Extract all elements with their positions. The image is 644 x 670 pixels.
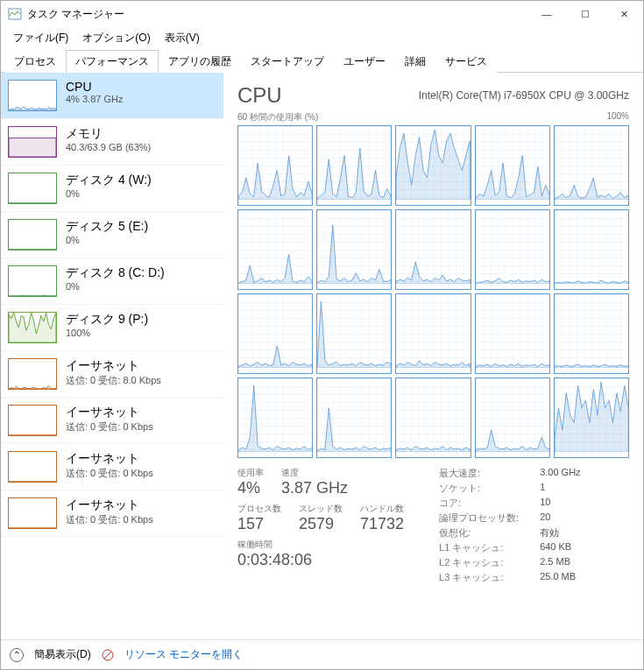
sidebar-sub-4: 0% [66, 281, 165, 292]
svg-line-2 [104, 652, 111, 659]
sidebar-sub-6: 送信: 0 受信: 8.0 Kbps [66, 374, 161, 387]
sidebar-title-2: ディスク 4 (W:) [66, 173, 152, 188]
sidebar-title-3: ディスク 5 (E:) [66, 219, 148, 235]
usage-label: 使用率 [237, 467, 264, 479]
menu-view[interactable]: 表示(V) [158, 29, 207, 47]
sidebar-thumb-2 [8, 173, 57, 204]
stats: 使用率4% 速度3.87 GHz プロセス数157 スレッド数2579 ハンドル… [237, 467, 629, 584]
close-button[interactable]: ✕ [605, 1, 643, 27]
core-chart-15 [237, 377, 313, 458]
spec-val-4: 有効 [540, 526, 580, 540]
sidebar-thumb-7 [8, 405, 57, 436]
core-chart-16 [316, 377, 392, 458]
core-chart-5 [237, 209, 313, 290]
axis-left: 60 秒間の使用率 (%) [237, 111, 318, 123]
simple-view-button[interactable]: 簡易表示(D) [34, 647, 91, 662]
footer: ⌃ 簡易表示(D) リソース モニターを開く [1, 639, 643, 669]
spec-val-2: 10 [540, 497, 580, 510]
spec-val-5: 640 KB [540, 541, 580, 554]
sidebar-thumb-8 [8, 451, 57, 483]
handle-label: ハンドル数 [360, 503, 404, 515]
sidebar-thumb-9 [8, 497, 57, 529]
cpu-specs: 最大速度:3.00 GHzソケット:1コア:10論理プロセッサ数:20仮想化:有… [439, 467, 581, 584]
sidebar-thumb-6 [8, 358, 57, 390]
sidebar-title-7: イーサネット [66, 405, 153, 420]
sidebar-thumb-4 [8, 265, 57, 297]
core-chart-2 [395, 125, 471, 206]
sidebar-item-2[interactable]: ディスク 4 (W:)0% [1, 166, 223, 212]
resource-monitor-link[interactable]: リソース モニターを開く [124, 647, 243, 662]
sidebar-title-0: CPU [66, 80, 123, 94]
menu-options[interactable]: オプション(O) [75, 29, 157, 47]
no-entry-icon [102, 649, 114, 661]
sidebar-title-4: ディスク 8 (C: D:) [66, 265, 165, 281]
core-chart-0 [237, 125, 313, 206]
uptime-label: 稼働時間 [237, 539, 404, 551]
sidebar-thumb-3 [8, 219, 57, 250]
sidebar-item-0[interactable]: CPU4% 3.87 GHz [1, 73, 223, 119]
spec-key-5: L1 キャッシュ: [439, 541, 519, 554]
tab-6[interactable]: サービス [435, 50, 497, 73]
core-chart-17 [395, 377, 471, 458]
spec-val-0: 3.00 GHz [540, 467, 580, 480]
header: CPU Intel(R) Core(TM) i7-6950X CPU @ 3.0… [237, 83, 629, 108]
sidebar-title-9: イーサネット [66, 497, 153, 513]
handle-value: 71732 [360, 515, 404, 533]
spec-key-2: コア: [439, 497, 519, 510]
tab-2[interactable]: アプリの履歴 [159, 50, 241, 73]
titlebar: タスク マネージャー — ☐ ✕ [1, 1, 643, 27]
tab-3[interactable]: スタートアップ [241, 50, 334, 73]
spec-val-1: 1 [540, 482, 580, 495]
sidebar-title-1: メモリ [66, 126, 151, 142]
sidebar-sub-7: 送信: 0 受信: 0 Kbps [66, 420, 153, 434]
sidebar-title-6: イーサネット [66, 358, 161, 374]
sidebar-title-5: ディスク 9 (P:) [66, 312, 148, 328]
sidebar-title-8: イーサネット [66, 451, 153, 467]
sidebar-item-5[interactable]: ディスク 9 (P:)100% [1, 305, 223, 351]
menubar: ファイル(F) オプション(O) 表示(V) [1, 27, 643, 49]
sidebar-item-6[interactable]: イーサネット送信: 0 受信: 8.0 Kbps [1, 351, 223, 398]
core-chart-9 [554, 209, 629, 290]
sidebar-thumb-1 [8, 126, 57, 158]
sidebar-item-4[interactable]: ディスク 8 (C: D:)0% [1, 258, 223, 305]
tab-0[interactable]: プロセス [4, 50, 66, 73]
spec-val-6: 2.5 MB [540, 556, 580, 569]
core-chart-4 [554, 125, 629, 206]
core-grid[interactable] [237, 125, 629, 458]
sidebar-sub-0: 4% 3.87 GHz [66, 94, 123, 104]
core-chart-19 [554, 377, 629, 458]
sidebar-item-9[interactable]: イーサネット送信: 0 受信: 0 Kbps [1, 490, 223, 537]
sidebar-thumb-5 [8, 312, 57, 343]
spec-val-3: 20 [540, 511, 580, 525]
sidebar-thumb-0 [8, 80, 57, 111]
spec-key-1: ソケット: [439, 482, 519, 495]
tab-5[interactable]: 詳細 [395, 50, 435, 73]
sidebar: CPU4% 3.87 GHzメモリ40.3/63.9 GB (63%)ディスク … [1, 73, 223, 639]
content-pane: CPU Intel(R) Core(TM) i7-6950X CPU @ 3.0… [223, 73, 643, 639]
window-title: タスク マネージャー [27, 7, 527, 22]
spec-val-7: 25.0 MB [540, 571, 580, 584]
sidebar-sub-1: 40.3/63.9 GB (63%) [66, 142, 151, 152]
menu-file[interactable]: ファイル(F) [6, 29, 75, 47]
chevron-up-icon[interactable]: ⌃ [10, 648, 24, 662]
tab-1[interactable]: パフォーマンス [66, 50, 159, 73]
sidebar-item-7[interactable]: イーサネット送信: 0 受信: 0 Kbps [1, 398, 223, 444]
sidebar-item-1[interactable]: メモリ40.3/63.9 GB (63%) [1, 119, 223, 166]
axis-labels: 60 秒間の使用率 (%) 100% [237, 111, 629, 123]
core-chart-1 [316, 125, 392, 206]
sidebar-sub-9: 送信: 0 受信: 0 Kbps [66, 513, 153, 526]
tab-4[interactable]: ユーザー [334, 50, 395, 73]
maximize-button[interactable]: ☐ [566, 1, 605, 27]
core-chart-12 [395, 293, 471, 374]
core-chart-13 [475, 293, 550, 374]
core-chart-8 [475, 209, 550, 290]
spec-key-4: 仮想化: [439, 526, 519, 540]
proc-value: 157 [237, 515, 281, 533]
core-chart-6 [316, 209, 392, 290]
core-chart-18 [475, 377, 550, 458]
tab-bar: プロセスパフォーマンスアプリの履歴スタートアップユーザー詳細サービス [1, 49, 643, 73]
sidebar-item-8[interactable]: イーサネット送信: 0 受信: 0 Kbps [1, 444, 223, 490]
spec-key-7: L3 キャッシュ: [439, 571, 519, 584]
minimize-button[interactable]: — [527, 1, 566, 27]
sidebar-item-3[interactable]: ディスク 5 (E:)0% [1, 212, 223, 258]
